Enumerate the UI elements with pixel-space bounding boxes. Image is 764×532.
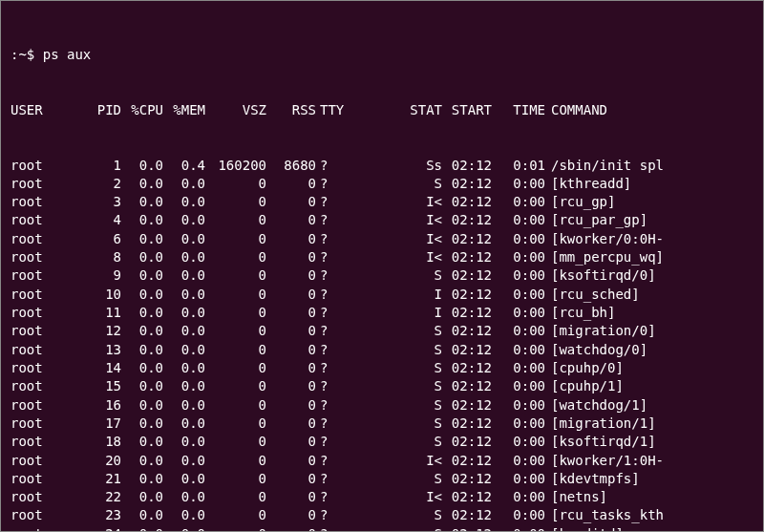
cell-user: root (11, 433, 75, 451)
prompt-line: :~$ ps aux (11, 46, 753, 64)
cell-pid: 21 (75, 470, 121, 488)
cell-user: root (11, 359, 75, 377)
cell-vsz: 0 (205, 415, 266, 433)
cell-vsz: 0 (205, 175, 266, 193)
cell-mem: 0.0 (163, 175, 205, 193)
cell-vsz: 0 (205, 248, 266, 266)
cell-rss: 0 (266, 415, 316, 433)
cell-command: [kdevtmpfs] (545, 470, 640, 488)
cell-pid: 17 (75, 415, 121, 433)
cell-start: 02:12 (442, 433, 492, 451)
cell-mem: 0.0 (163, 322, 205, 340)
cell-command: [kworker/1:0H- (545, 452, 664, 470)
process-row: root170.00.000?S02:120:00[migration/1] (11, 415, 753, 433)
cell-user: root (11, 157, 75, 175)
terminal-output[interactable]: :~$ ps aux USERPID%CPU%MEMVSZRSSTTYSTATS… (11, 9, 753, 532)
header-pid: PID (75, 101, 121, 119)
cell-mem: 0.0 (163, 506, 205, 524)
cell-start: 02:12 (442, 175, 492, 193)
process-row: root90.00.000?S02:120:00[ksoftirqd/0] (11, 266, 753, 285)
cell-user: root (11, 248, 75, 266)
cell-stat: S (350, 377, 442, 395)
typed-command: ps aux (43, 47, 92, 62)
ps-header-row: USERPID%CPU%MEMVSZRSSTTYSTATSTARTTIMECOM… (11, 101, 753, 119)
cell-tty: ? (316, 377, 350, 395)
cell-rss: 0 (266, 286, 316, 304)
cell-stat: I (350, 286, 442, 304)
cell-time: 0:00 (492, 230, 545, 248)
cell-stat: S (350, 525, 442, 532)
cell-mem: 0.0 (163, 359, 205, 377)
cell-pid: 4 (75, 211, 121, 229)
cell-cpu: 0.0 (121, 266, 163, 285)
process-row: root140.00.000?S02:120:00[cpuhp/0] (11, 359, 753, 377)
cell-stat: S (350, 470, 442, 488)
cell-time: 0:00 (492, 488, 545, 506)
cell-user: root (11, 286, 75, 304)
cell-pid: 22 (75, 488, 121, 506)
cell-time: 0:00 (492, 248, 545, 266)
cell-rss: 0 (266, 525, 316, 532)
cell-start: 02:12 (442, 193, 492, 211)
cell-command: [ksoftirqd/0] (545, 266, 656, 285)
header-time: TIME (492, 101, 545, 119)
process-row: root120.00.000?S02:120:00[migration/0] (11, 322, 753, 340)
cell-stat: S (350, 415, 442, 433)
cell-tty: ? (316, 322, 350, 340)
cell-time: 0:00 (492, 304, 545, 322)
process-row: root10.00.41602008680?Ss02:120:01/sbin/i… (11, 157, 753, 175)
cell-user: root (11, 322, 75, 340)
cell-vsz: 0 (205, 525, 266, 532)
cell-time: 0:00 (492, 506, 545, 524)
cell-vsz: 0 (205, 359, 266, 377)
process-row: root240.00.000?S02:120:00[kauditd] (11, 525, 753, 532)
cell-rss: 8680 (266, 157, 316, 175)
process-row: root80.00.000?I<02:120:00[mm_percpu_wq] (11, 248, 753, 266)
cell-user: root (11, 211, 75, 229)
cell-mem: 0.0 (163, 470, 205, 488)
cell-pid: 20 (75, 452, 121, 470)
cell-user: root (11, 377, 75, 395)
cell-command: [migration/1] (545, 415, 656, 433)
header-cpu: %CPU (121, 101, 163, 119)
header-mem: %MEM (163, 101, 205, 119)
process-row: root60.00.000?I<02:120:00[kworker/0:0H- (11, 230, 753, 248)
cell-start: 02:12 (442, 286, 492, 304)
shell-prompt: :~$ (11, 47, 43, 62)
cell-tty: ? (316, 248, 350, 266)
cell-tty: ? (316, 211, 350, 229)
cell-rss: 0 (266, 193, 316, 211)
cell-start: 02:12 (442, 470, 492, 488)
cell-command: /sbin/init spl (545, 157, 664, 175)
cell-stat: S (350, 359, 442, 377)
cell-rss: 0 (266, 359, 316, 377)
cell-start: 02:12 (442, 359, 492, 377)
cell-time: 0:00 (492, 193, 545, 211)
cell-command: [kworker/0:0H- (545, 230, 664, 248)
cell-mem: 0.0 (163, 433, 205, 451)
cell-cpu: 0.0 (121, 193, 163, 211)
cell-mem: 0.0 (163, 230, 205, 248)
cell-vsz: 0 (205, 266, 266, 285)
cell-command: [cpuhp/0] (545, 359, 624, 377)
cell-stat: S (350, 396, 442, 415)
cell-tty: ? (316, 452, 350, 470)
cell-rss: 0 (266, 506, 316, 524)
cell-rss: 0 (266, 248, 316, 266)
cell-pid: 15 (75, 377, 121, 395)
cell-command: [rcu_sched] (545, 286, 640, 304)
cell-stat: S (350, 341, 442, 359)
cell-pid: 18 (75, 433, 121, 451)
cell-user: root (11, 230, 75, 248)
process-row: root210.00.000?S02:120:00[kdevtmpfs] (11, 470, 753, 488)
cell-cpu: 0.0 (121, 157, 163, 175)
cell-cpu: 0.0 (121, 452, 163, 470)
process-row: root100.00.000?I02:120:00[rcu_sched] (11, 286, 753, 304)
cell-tty: ? (316, 193, 350, 211)
cell-vsz: 0 (205, 230, 266, 248)
cell-user: root (11, 175, 75, 193)
cell-rss: 0 (266, 452, 316, 470)
cell-rss: 0 (266, 322, 316, 340)
cell-time: 0:00 (492, 266, 545, 285)
cell-time: 0:00 (492, 377, 545, 395)
